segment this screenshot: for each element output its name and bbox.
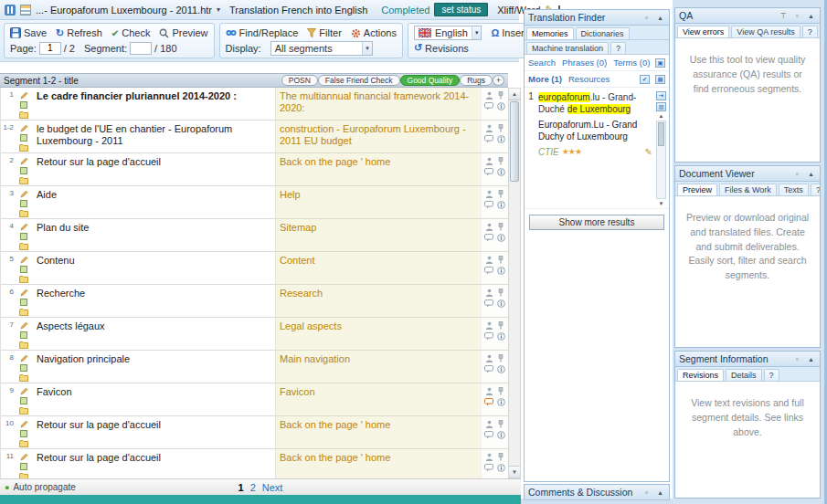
source-cell[interactable]: Recherche — [33, 285, 275, 317]
pin-icon[interactable] — [496, 189, 506, 198]
pin-icon[interactable] — [496, 123, 506, 132]
target-cell[interactable]: construction - Europaforum Luxembourg - … — [275, 121, 481, 152]
target-cell[interactable]: Back on the page ' home — [275, 449, 481, 478]
info-icon[interactable] — [496, 299, 506, 308]
folder-icon[interactable] — [19, 308, 29, 317]
folder-icon[interactable] — [19, 275, 29, 284]
pin-icon[interactable]: ⊤ — [779, 12, 789, 20]
revisions-button[interactable]: ↺ Revisions — [414, 42, 469, 54]
comment-icon[interactable] — [484, 101, 494, 110]
tag-pill[interactable]: POSN — [281, 75, 318, 86]
edit-pencil-icon[interactable] — [19, 452, 29, 461]
segment-row[interactable]: 4Plan du siteSitemap — [1, 219, 508, 252]
tab-machine-translation[interactable]: Machine translation — [526, 42, 609, 54]
segment-row[interactable]: 10Retour sur la page d'accueilBack on th… — [1, 416, 508, 449]
popout-icon[interactable]: ▫ — [792, 12, 802, 20]
edit-pencil-icon[interactable] — [19, 353, 29, 362]
source-cell[interactable]: Favicon — [33, 383, 275, 415]
target-cell[interactable]: Back on the page ' home — [275, 153, 481, 185]
edit-pencil-icon[interactable] — [19, 320, 29, 330]
comment-icon[interactable] — [484, 167, 494, 176]
source-cell[interactable]: Navigation principale — [33, 351, 275, 383]
comment-icon[interactable] — [484, 463, 494, 472]
save-button[interactable]: Save — [10, 27, 47, 38]
person-icon[interactable] — [484, 255, 494, 264]
info-icon[interactable] — [496, 134, 506, 143]
segment-row[interactable]: 5ContenuContent — [1, 252, 508, 285]
tab-help[interactable]: ? — [610, 42, 626, 54]
pin-icon[interactable] — [496, 386, 506, 395]
tab-details[interactable]: Details — [726, 369, 762, 381]
concordance-icon[interactable]: ▣ — [655, 58, 665, 68]
check-button[interactable]: ✔ Check — [111, 27, 151, 38]
collapse-icon[interactable]: ▴ — [806, 355, 816, 363]
lock-icon[interactable]: ▦ — [655, 75, 665, 84]
person-icon[interactable] — [484, 353, 494, 362]
popout-icon[interactable]: ▫ — [792, 355, 802, 363]
folder-icon[interactable] — [19, 176, 29, 185]
language-dropdown[interactable]: English ▾ — [414, 26, 482, 40]
tab-preview[interactable]: Preview — [677, 184, 717, 195]
pin-icon[interactable] — [496, 90, 506, 100]
pin-icon[interactable] — [496, 320, 506, 330]
collapse-icon[interactable]: ▴ — [655, 488, 665, 497]
pin-icon[interactable] — [496, 288, 506, 297]
display-segments-dropdown[interactable]: All segments ▾ — [270, 41, 373, 56]
comment-icon[interactable] — [484, 430, 494, 439]
info-icon[interactable] — [496, 233, 506, 242]
person-icon[interactable] — [484, 386, 494, 395]
pin-icon[interactable] — [496, 419, 506, 428]
chevron-down-icon[interactable]: ▾ — [472, 26, 482, 39]
source-cell[interactable]: Retour sur la page d'accueil — [33, 416, 275, 448]
scroll-up-icon[interactable]: ▲ — [509, 89, 520, 100]
tab-dictionaries[interactable]: Dictionaries — [576, 27, 630, 39]
tag-pill[interactable]: Rugs — [460, 75, 493, 86]
page-2[interactable]: 2 — [250, 482, 256, 493]
segment-input[interactable] — [130, 42, 152, 55]
comment-icon[interactable] — [484, 200, 494, 209]
source-cell[interactable]: Le cadre financier pluriannuel 2014-2020… — [33, 88, 275, 120]
info-icon[interactable] — [496, 200, 506, 209]
comment-icon[interactable] — [484, 134, 494, 143]
person-icon[interactable] — [484, 452, 494, 461]
edit-pencil-icon[interactable] — [19, 288, 29, 297]
person-icon[interactable] — [484, 123, 494, 132]
edit-pencil-icon[interactable] — [19, 90, 29, 100]
tm-scrollbar[interactable] — [656, 121, 666, 199]
comment-icon[interactable] — [484, 397, 494, 406]
person-icon[interactable] — [484, 288, 494, 297]
find-replace-button[interactable]: Find/Replace — [226, 27, 299, 38]
person-icon[interactable] — [484, 419, 494, 428]
person-icon[interactable] — [484, 222, 494, 231]
insert-translation-icon[interactable]: ⇥ — [656, 91, 666, 100]
popout-icon[interactable]: ▫ — [641, 14, 652, 22]
tab-memories[interactable]: Memories — [526, 27, 574, 39]
tab-files-work[interactable]: Files & Work — [719, 184, 777, 195]
tab-texts[interactable]: Texts — [779, 184, 809, 195]
collapse-icon[interactable]: ▴ — [655, 14, 665, 22]
popout-icon[interactable]: ▫ — [641, 488, 652, 497]
info-icon[interactable] — [496, 397, 506, 406]
tm-result-item[interactable]: 1 europaforum.lu - Grand-Duché de Luxemb… — [525, 88, 669, 209]
target-cell[interactable]: Legal aspects — [275, 318, 481, 350]
edit-pencil-icon[interactable] — [19, 189, 29, 198]
segment-row[interactable]: 3AideHelp — [1, 186, 508, 219]
target-cell[interactable]: Main navigation — [275, 351, 481, 383]
info-icon[interactable] — [496, 167, 506, 176]
comment-icon[interactable] — [484, 266, 494, 275]
tab-help[interactable]: ? — [802, 26, 818, 37]
segment-row[interactable]: 1Le cadre financier pluriannuel 2014-202… — [1, 88, 508, 121]
target-cell[interactable]: Content — [275, 252, 481, 284]
add-tag-button[interactable]: + — [493, 75, 504, 86]
segment-row[interactable]: 7Aspects légauxLegal aspects — [1, 318, 508, 351]
tag-pill[interactable]: Good Quality — [400, 75, 461, 86]
person-icon[interactable] — [484, 189, 494, 198]
target-cell[interactable]: Back on the page ' home — [275, 416, 481, 448]
folder-icon[interactable] — [19, 439, 29, 448]
document-title[interactable]: ...- Europaforum Luxembourg - 2011.htr — [36, 5, 212, 16]
segment-row[interactable]: 1-2le budget de l'UE en chantier - Europ… — [1, 121, 508, 153]
source-cell[interactable]: Plan du site — [33, 219, 275, 251]
folder-icon[interactable] — [19, 472, 29, 478]
source-cell[interactable]: Retour sur la page d'accueil — [33, 153, 275, 185]
pin-icon[interactable] — [496, 156, 506, 165]
